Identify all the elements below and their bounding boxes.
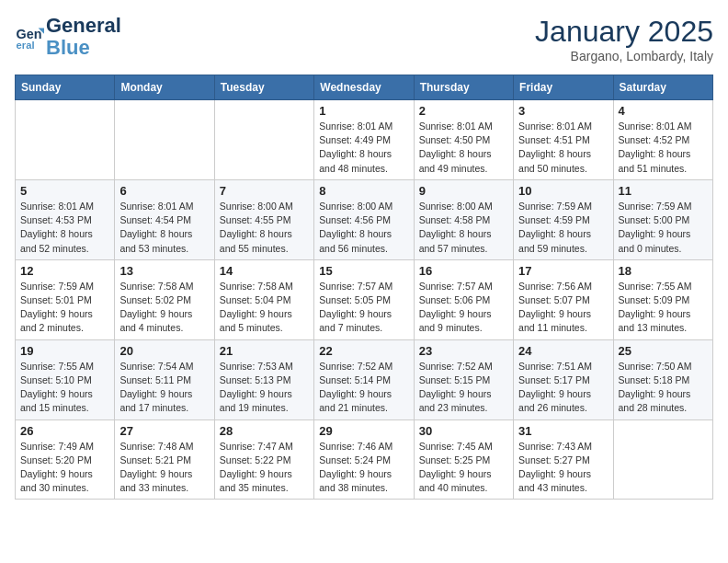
title-block: January 2025 Bargano, Lombardy, Italy [535,15,713,63]
calendar-cell: 16Sunrise: 7:57 AMSunset: 5:06 PMDayligh… [414,259,513,339]
day-number: 23 [419,344,508,358]
day-info: Sunrise: 7:50 AMSunset: 5:18 PMDaylight:… [619,360,708,416]
calendar-cell: 18Sunrise: 7:55 AMSunset: 5:09 PMDayligh… [613,259,712,339]
calendar-cell: 27Sunrise: 7:48 AMSunset: 5:21 PMDayligh… [115,419,214,500]
day-info: Sunrise: 8:01 AMSunset: 4:52 PMDaylight:… [619,120,708,176]
weekday-header-wednesday: Wednesday [314,75,414,100]
day-number: 19 [20,344,109,358]
day-number: 10 [518,184,608,198]
day-info: Sunrise: 7:52 AMSunset: 5:15 PMDaylight:… [419,360,508,416]
calendar-cell: 31Sunrise: 7:43 AMSunset: 5:27 PMDayligh… [514,419,613,500]
weekday-row: SundayMondayTuesdayWednesdayThursdayFrid… [16,75,713,100]
page-header: Gen eral General Blue January 2025 Barga… [15,15,713,63]
calendar-cell: 20Sunrise: 7:54 AMSunset: 5:11 PMDayligh… [115,339,214,419]
logo: Gen eral General Blue [15,15,121,59]
calendar-cell: 23Sunrise: 7:52 AMSunset: 5:15 PMDayligh… [414,339,513,419]
calendar-cell: 30Sunrise: 7:45 AMSunset: 5:25 PMDayligh… [414,419,513,500]
calendar-week-row: 1Sunrise: 8:01 AMSunset: 4:49 PMDaylight… [16,100,713,180]
day-info: Sunrise: 7:52 AMSunset: 5:14 PMDaylight:… [319,360,408,416]
day-info: Sunrise: 7:57 AMSunset: 5:05 PMDaylight:… [319,280,408,336]
day-info: Sunrise: 8:01 AMSunset: 4:53 PMDaylight:… [20,200,109,256]
svg-text:eral: eral [17,40,35,51]
day-number: 26 [20,424,109,438]
day-info: Sunrise: 7:55 AMSunset: 5:09 PMDaylight:… [619,280,708,336]
day-number: 11 [619,184,708,198]
calendar-cell: 26Sunrise: 7:49 AMSunset: 5:20 PMDayligh… [16,419,115,500]
calendar-cell: 6Sunrise: 8:01 AMSunset: 4:54 PMDaylight… [115,179,214,259]
day-info: Sunrise: 7:45 AMSunset: 5:25 PMDaylight:… [419,440,508,496]
calendar-cell: 12Sunrise: 7:59 AMSunset: 5:01 PMDayligh… [16,259,115,339]
month-title: January 2025 [535,15,713,49]
day-number: 14 [220,264,309,278]
calendar-cell: 7Sunrise: 8:00 AMSunset: 4:55 PMDaylight… [214,179,313,259]
day-number: 3 [518,104,608,118]
day-info: Sunrise: 8:01 AMSunset: 4:49 PMDaylight:… [319,120,408,176]
day-info: Sunrise: 7:59 AMSunset: 5:00 PMDaylight:… [619,200,708,256]
day-number: 25 [619,344,708,358]
calendar-week-row: 26Sunrise: 7:49 AMSunset: 5:20 PMDayligh… [16,419,713,500]
day-info: Sunrise: 7:55 AMSunset: 5:10 PMDaylight:… [20,360,109,416]
calendar-table: SundayMondayTuesdayWednesdayThursdayFrid… [15,75,713,500]
day-number: 1 [319,104,408,118]
calendar-cell: 3Sunrise: 8:01 AMSunset: 4:51 PMDaylight… [514,100,613,180]
calendar-cell: 11Sunrise: 7:59 AMSunset: 5:00 PMDayligh… [613,179,712,259]
calendar-cell: 29Sunrise: 7:46 AMSunset: 5:24 PMDayligh… [314,419,414,500]
day-number: 24 [518,344,608,358]
day-number: 21 [220,344,309,358]
day-number: 15 [319,264,408,278]
day-info: Sunrise: 7:46 AMSunset: 5:24 PMDaylight:… [319,440,408,496]
logo-icon: Gen eral [15,22,44,52]
day-number: 7 [220,184,309,198]
day-info: Sunrise: 7:59 AMSunset: 5:01 PMDaylight:… [20,280,109,336]
day-number: 27 [119,424,209,438]
day-info: Sunrise: 7:57 AMSunset: 5:06 PMDaylight:… [419,280,508,336]
weekday-header-sunday: Sunday [16,75,115,100]
day-number: 4 [619,104,708,118]
calendar-cell [613,419,712,500]
day-number: 17 [518,264,608,278]
calendar-cell: 22Sunrise: 7:52 AMSunset: 5:14 PMDayligh… [314,339,414,419]
day-info: Sunrise: 7:47 AMSunset: 5:22 PMDaylight:… [220,440,309,496]
day-info: Sunrise: 7:53 AMSunset: 5:13 PMDaylight:… [220,360,309,416]
weekday-header-thursday: Thursday [414,75,513,100]
day-number: 29 [319,424,408,438]
calendar-cell: 1Sunrise: 8:01 AMSunset: 4:49 PMDaylight… [314,100,414,180]
calendar-cell: 13Sunrise: 7:58 AMSunset: 5:02 PMDayligh… [115,259,214,339]
day-info: Sunrise: 7:58 AMSunset: 5:02 PMDaylight:… [119,280,209,336]
day-info: Sunrise: 7:59 AMSunset: 4:59 PMDaylight:… [518,200,608,256]
calendar-cell: 25Sunrise: 7:50 AMSunset: 5:18 PMDayligh… [613,339,712,419]
calendar-cell: 2Sunrise: 8:01 AMSunset: 4:50 PMDaylight… [414,100,513,180]
day-number: 2 [419,104,508,118]
day-info: Sunrise: 7:49 AMSunset: 5:20 PMDaylight:… [20,440,109,496]
day-number: 20 [119,344,209,358]
weekday-header-tuesday: Tuesday [214,75,313,100]
day-info: Sunrise: 8:01 AMSunset: 4:50 PMDaylight:… [419,120,508,176]
day-number: 22 [319,344,408,358]
calendar-cell: 9Sunrise: 8:00 AMSunset: 4:58 PMDaylight… [414,179,513,259]
calendar-header: SundayMondayTuesdayWednesdayThursdayFrid… [16,75,713,100]
calendar-cell [115,100,214,180]
calendar-cell [214,100,313,180]
day-number: 30 [419,424,508,438]
day-info: Sunrise: 7:51 AMSunset: 5:17 PMDaylight:… [518,360,608,416]
day-info: Sunrise: 8:00 AMSunset: 4:55 PMDaylight:… [220,200,309,256]
calendar-cell: 17Sunrise: 7:56 AMSunset: 5:07 PMDayligh… [514,259,613,339]
day-number: 9 [419,184,508,198]
day-info: Sunrise: 7:48 AMSunset: 5:21 PMDaylight:… [119,440,209,496]
calendar-week-row: 19Sunrise: 7:55 AMSunset: 5:10 PMDayligh… [16,339,713,419]
day-info: Sunrise: 8:01 AMSunset: 4:51 PMDaylight:… [518,120,608,176]
calendar-cell: 4Sunrise: 8:01 AMSunset: 4:52 PMDaylight… [613,100,712,180]
day-info: Sunrise: 8:00 AMSunset: 4:58 PMDaylight:… [419,200,508,256]
calendar-cell: 10Sunrise: 7:59 AMSunset: 4:59 PMDayligh… [514,179,613,259]
calendar-cell: 14Sunrise: 7:58 AMSunset: 5:04 PMDayligh… [214,259,313,339]
day-info: Sunrise: 8:01 AMSunset: 4:54 PMDaylight:… [119,200,209,256]
calendar-cell: 21Sunrise: 7:53 AMSunset: 5:13 PMDayligh… [214,339,313,419]
calendar-cell: 24Sunrise: 7:51 AMSunset: 5:17 PMDayligh… [514,339,613,419]
calendar-cell [16,100,115,180]
day-info: Sunrise: 8:00 AMSunset: 4:56 PMDaylight:… [319,200,408,256]
weekday-header-monday: Monday [115,75,214,100]
calendar-cell: 8Sunrise: 8:00 AMSunset: 4:56 PMDaylight… [314,179,414,259]
day-info: Sunrise: 7:43 AMSunset: 5:27 PMDaylight:… [518,440,608,496]
location-subtitle: Bargano, Lombardy, Italy [535,49,713,63]
day-info: Sunrise: 7:54 AMSunset: 5:11 PMDaylight:… [119,360,209,416]
